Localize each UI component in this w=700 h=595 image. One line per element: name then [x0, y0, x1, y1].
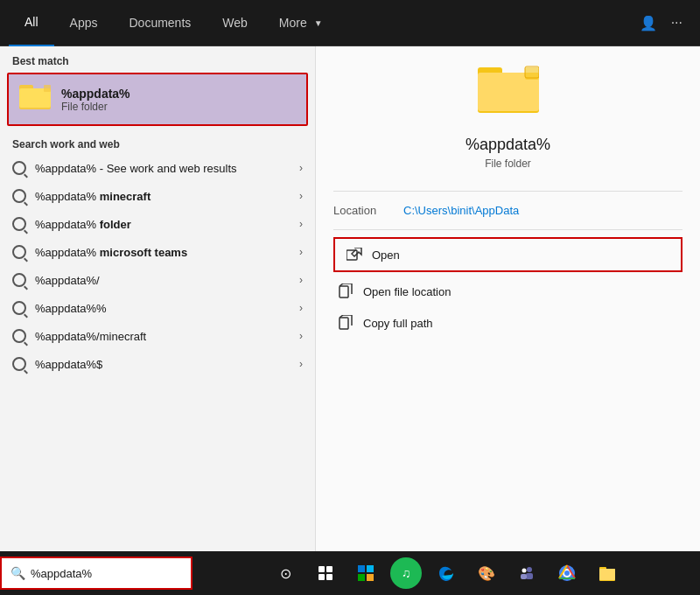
location-label: Location — [333, 204, 403, 217]
open-icon — [346, 246, 363, 263]
list-item[interactable]: %appdata% - See work and web results › — [0, 154, 315, 182]
svg-point-24 — [522, 569, 527, 573]
tab-all[interactable]: All — [9, 0, 54, 46]
tab-more[interactable]: More ▼ — [263, 0, 339, 46]
search-icon — [12, 273, 26, 287]
best-match-item[interactable]: %appdata% File folder — [7, 73, 308, 126]
copy-path-label: Copy full path — [363, 317, 433, 330]
chevron-right-icon: › — [299, 218, 303, 230]
svg-rect-21 — [367, 574, 374, 581]
paint-icon[interactable]: 🎨 — [471, 557, 502, 589]
svg-point-28 — [564, 570, 570, 576]
open-location-label: Open file location — [363, 285, 451, 298]
svg-rect-10 — [340, 286, 348, 298]
chevron-right-icon: › — [299, 246, 303, 258]
copy-path-icon — [337, 314, 354, 332]
chevron-right-icon: › — [299, 274, 303, 286]
open-location-icon — [337, 283, 354, 300]
search-box[interactable]: 🔍 — [0, 556, 192, 590]
svg-rect-19 — [367, 565, 374, 572]
result-text-suffix: - See work and web results — [96, 162, 236, 175]
list-item[interactable]: %appdata%$ › — [0, 350, 315, 378]
svg-rect-31 — [599, 569, 615, 580]
taskbar: 🔍 ⊙ ♫ 🎨 — [0, 551, 700, 595]
svg-rect-25 — [521, 574, 527, 579]
store-icon[interactable] — [350, 557, 382, 589]
task-view-icon[interactable] — [310, 557, 341, 589]
list-item[interactable]: %appdata%% › — [0, 294, 315, 322]
list-item[interactable]: %appdata% minecraft › — [0, 182, 315, 210]
svg-rect-20 — [358, 574, 365, 581]
best-match-label: Best match — [0, 46, 315, 73]
open-file-location-button[interactable]: Open file location — [333, 276, 682, 307]
left-panel: Best match %appdata% File folder Search … — [0, 46, 315, 551]
list-item[interactable]: %appdata%/minecraft › — [0, 322, 315, 350]
location-value[interactable]: C:\Users\binit\AppData — [403, 204, 519, 217]
open-label: Open — [372, 248, 400, 262]
tab-documents[interactable]: Documents — [113, 0, 206, 46]
explorer-icon[interactable] — [592, 557, 623, 589]
svg-rect-3 — [44, 85, 51, 92]
spotify-icon[interactable]: ♫ — [390, 557, 422, 589]
chevron-right-icon: › — [299, 302, 303, 314]
chevron-right-icon: › — [299, 358, 303, 370]
main-area: Best match %appdata% File folder Search … — [0, 46, 700, 551]
open-button-wrapper: Open — [333, 237, 682, 272]
divider — [333, 191, 682, 192]
chevron-down-icon: ▼ — [314, 18, 323, 28]
divider2 — [333, 229, 682, 230]
search-input[interactable] — [31, 567, 182, 580]
teams-icon[interactable] — [511, 557, 542, 589]
svg-rect-14 — [318, 566, 325, 572]
folder-icon — [19, 83, 51, 116]
top-nav: All Apps Documents Web More ▼ 👤 ··· — [0, 0, 700, 46]
result-text-main: %appdata% — [35, 162, 96, 175]
right-folder-name: %appdata% — [333, 136, 682, 154]
svg-rect-17 — [326, 574, 332, 580]
location-row: Location C:\Users\binit\AppData — [333, 199, 682, 222]
search-icon — [12, 161, 26, 175]
open-button[interactable]: Open — [335, 239, 681, 270]
tab-apps[interactable]: Apps — [54, 0, 114, 46]
right-folder-type: File folder — [333, 158, 682, 170]
tab-web[interactable]: Web — [206, 0, 263, 46]
svg-rect-15 — [326, 566, 332, 572]
best-match-subtitle: File folder — [61, 101, 130, 113]
list-item[interactable]: %appdata% folder › — [0, 210, 315, 238]
start-icon[interactable]: ⊙ — [270, 557, 301, 589]
svg-rect-16 — [318, 574, 325, 580]
search-icon — [12, 329, 26, 343]
search-icon — [12, 217, 26, 231]
search-icon — [12, 189, 26, 203]
search-section-label: Search work and web — [0, 133, 315, 154]
more-options-icon[interactable]: ··· — [671, 15, 682, 31]
search-icon: 🔍 — [10, 566, 25, 580]
search-icon — [12, 245, 26, 259]
edge-icon[interactable] — [430, 557, 462, 589]
search-icon — [12, 301, 26, 315]
svg-point-22 — [527, 567, 532, 572]
chevron-right-icon: › — [299, 190, 303, 202]
copy-full-path-button[interactable]: Copy full path — [333, 307, 682, 339]
list-item[interactable]: %appdata% microsoft teams › — [0, 238, 315, 266]
best-match-title: %appdata% — [61, 87, 130, 101]
folder-large-icon — [333, 64, 682, 127]
search-icon — [12, 357, 26, 371]
taskbar-icons: ⊙ ♫ 🎨 — [192, 557, 700, 589]
list-item[interactable]: %appdata%/ › — [0, 266, 315, 294]
chrome-icon[interactable] — [551, 557, 583, 589]
user-icon[interactable]: 👤 — [640, 15, 657, 32]
svg-rect-18 — [358, 565, 365, 572]
svg-rect-12 — [340, 318, 348, 329]
svg-rect-23 — [526, 573, 533, 579]
chevron-right-icon: › — [299, 162, 303, 174]
right-panel: %appdata% File folder Location C:\Users\… — [315, 46, 700, 551]
chevron-right-icon: › — [299, 330, 303, 342]
